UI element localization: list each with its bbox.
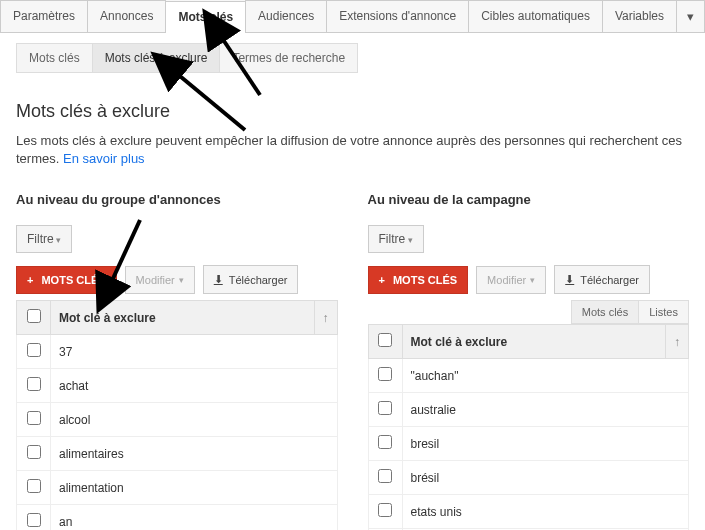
tab-audiences[interactable]: Audiences (245, 0, 327, 32)
adgroup-modify-button[interactable]: Modifier (125, 266, 195, 294)
minitab-mots-cles[interactable]: Mots clés (571, 300, 639, 324)
table-row: achat (17, 369, 338, 403)
keyword-cell: achat (51, 369, 338, 403)
subtab-exclure[interactable]: Mots clés à exclure (92, 43, 221, 73)
page-description: Les mots clés à exclure peuvent empêcher… (16, 132, 689, 168)
row-checkbox[interactable] (27, 513, 41, 527)
tab-parametres[interactable]: Paramètres (0, 0, 88, 32)
row-checkbox[interactable] (27, 479, 41, 493)
keyword-cell: 37 (51, 335, 338, 369)
campaign-download-button[interactable]: Télécharger (554, 265, 650, 294)
keyword-cell: an (51, 505, 338, 530)
tab-cibles-auto[interactable]: Cibles automatiques (468, 0, 603, 32)
row-checkbox[interactable] (27, 445, 41, 459)
learn-more-link[interactable]: En savoir plus (63, 151, 145, 166)
tab-variables[interactable]: Variables (602, 0, 677, 32)
table-row: alimentation (17, 471, 338, 505)
tab-mots-cles[interactable]: Mots clés (165, 1, 246, 33)
keyword-cell: alimentation (51, 471, 338, 505)
tab-annonces[interactable]: Annonces (87, 0, 166, 32)
tab-extensions[interactable]: Extensions d'annonce (326, 0, 469, 32)
tab-more-dropdown[interactable]: ▾ (676, 0, 705, 32)
campaign-header-keyword[interactable]: Mot clé à exclure (402, 325, 666, 359)
table-row: alcool (17, 403, 338, 437)
table-row: 37 (17, 335, 338, 369)
row-checkbox[interactable] (27, 343, 41, 357)
adgroup-filter-button[interactable]: Filtre (16, 225, 72, 253)
row-checkbox[interactable] (378, 367, 392, 381)
table-row: etats unis (368, 495, 689, 529)
keyword-cell: bresil (402, 427, 689, 461)
campaign-table: Mot clé à exclure ↑ "auchan" australie b… (368, 324, 690, 530)
table-row: bresil (368, 427, 689, 461)
keyword-cell: alcool (51, 403, 338, 437)
main-tab-bar: Paramètres Annonces Mots clés Audiences … (0, 0, 705, 33)
subtab-mots-cles[interactable]: Mots clés (16, 43, 93, 73)
adgroup-download-button[interactable]: Télécharger (203, 265, 299, 294)
adgroup-title: Au niveau du groupe d'annonces (16, 192, 338, 207)
campaign-title: Au niveau de la campagne (368, 192, 690, 207)
adgroup-sort-icon[interactable]: ↑ (314, 301, 337, 335)
page-title: Mots clés à exclure (16, 101, 689, 122)
keyword-cell: "auchan" (402, 359, 689, 393)
table-row: an (17, 505, 338, 530)
minitab-listes[interactable]: Listes (638, 300, 689, 324)
adgroup-add-keywords-button[interactable]: MOTS CLÉS (16, 266, 117, 294)
subtab-termes[interactable]: Termes de recherche (219, 43, 358, 73)
adgroup-select-all-checkbox[interactable] (27, 309, 41, 323)
table-row: alimentaires (17, 437, 338, 471)
keyword-cell: alimentaires (51, 437, 338, 471)
table-row: brésil (368, 461, 689, 495)
adgroup-header-keyword[interactable]: Mot clé à exclure (51, 301, 315, 335)
row-checkbox[interactable] (378, 469, 392, 483)
campaign-add-keywords-button[interactable]: MOTS CLÉS (368, 266, 469, 294)
table-row: australie (368, 393, 689, 427)
sub-tab-bar: Mots clés Mots clés à exclure Termes de … (16, 43, 705, 73)
adgroup-panel: Au niveau du groupe d'annonces Filtre MO… (16, 192, 338, 530)
campaign-modify-button[interactable]: Modifier (476, 266, 546, 294)
row-checkbox[interactable] (27, 377, 41, 391)
keyword-cell: etats unis (402, 495, 689, 529)
keyword-cell: brésil (402, 461, 689, 495)
adgroup-table: Mot clé à exclure ↑ 37 achat alcool alim… (16, 300, 338, 530)
campaign-select-all-checkbox[interactable] (378, 333, 392, 347)
row-checkbox[interactable] (378, 503, 392, 517)
keyword-cell: australie (402, 393, 689, 427)
row-checkbox[interactable] (378, 435, 392, 449)
campaign-filter-button[interactable]: Filtre (368, 225, 424, 253)
table-row: "auchan" (368, 359, 689, 393)
row-checkbox[interactable] (378, 401, 392, 415)
row-checkbox[interactable] (27, 411, 41, 425)
campaign-sort-icon[interactable]: ↑ (666, 325, 689, 359)
campaign-panel: Au niveau de la campagne Filtre MOTS CLÉ… (368, 192, 690, 530)
